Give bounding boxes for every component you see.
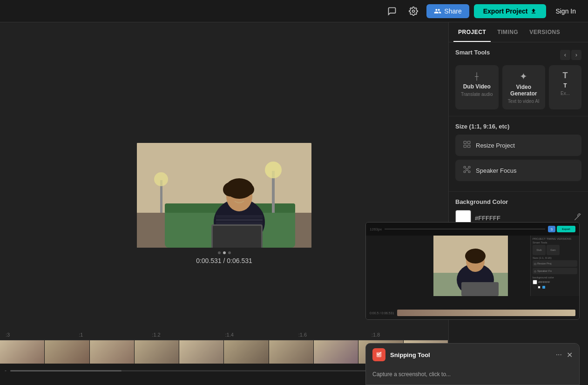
snipping-close-button[interactable]: ✕ — [567, 351, 573, 359]
svg-rect-34 — [468, 171, 470, 173]
strip-thumb-7 — [269, 340, 314, 364]
ss-share-mini: S — [548, 226, 555, 232]
ss-swatches-mini — [533, 285, 577, 289]
ss-color-row: #FFFFFF — [533, 280, 577, 284]
signin-button[interactable]: Sign In — [551, 4, 581, 18]
tools-next-button[interactable]: › — [571, 50, 581, 60]
smart-tools-cards: ⟊ Dub Video Translate audio ✦ Video Gene… — [455, 65, 581, 109]
ss-export-mini: Export — [557, 226, 575, 232]
zoom-slider-track[interactable] — [10, 370, 381, 371]
text-tool-name: T — [563, 82, 567, 89]
svg-rect-29 — [464, 145, 466, 148]
strip-thumb-3 — [90, 340, 135, 364]
total-time: 0:06.531 — [227, 257, 252, 264]
panel-tabs: PROJECT TIMING VERSIONS — [449, 22, 588, 42]
timeline-ruler: :3 :1 :1.2 :1.4 :1.6 :1.8 — [0, 329, 448, 340]
ss-bg-label: background color — [533, 276, 577, 279]
ss-mini-timeline: 0:00.5 / 0:06.531 — [366, 306, 579, 319]
dot-2 — [223, 251, 226, 254]
ss-swatch-blue — [542, 286, 545, 289]
strip-thumb-8 — [314, 340, 358, 364]
ss-panel-size: Size (1:1, 9:16) — [533, 257, 577, 259]
video-generator-sub: Text to video AI — [508, 99, 540, 104]
ss-person-image — [433, 236, 508, 296]
ss-timeline-strip — [397, 310, 575, 316]
ruler-mark-4: :1.6 — [297, 332, 371, 338]
svg-point-20 — [154, 172, 168, 186]
text-tool-icon: T — [563, 71, 568, 81]
video-generator-icon: ✦ — [520, 71, 527, 82]
chat-icon-button[interactable] — [384, 3, 400, 20]
ss-speaker-btn: ⊙Speaker Fo — [533, 268, 577, 274]
tab-versions[interactable]: VERSIONS — [525, 22, 565, 42]
video-area: 0:00.531 / 0:06.531 ◀ ▶ :3 :1 :1.2 :1.4 … — [0, 22, 448, 385]
strip-thumb-5 — [179, 340, 224, 364]
dub-video-name: Dub Video — [463, 83, 491, 90]
tool-card-text[interactable]: T T Ex... — [549, 65, 581, 109]
speaker-focus-button[interactable]: Speaker Focus — [455, 160, 581, 181]
tool-card-dub-video[interactable]: ⟊ Dub Video Translate audio — [455, 65, 499, 109]
ruler-marks: :3 :1 :1.2 :1.4 :1.6 :1.8 — [5, 332, 444, 338]
smart-tools-nav: ‹ › — [560, 50, 581, 60]
snipping-title: Snipping Tool — [390, 351, 551, 358]
video-preview — [137, 143, 311, 248]
ss-swatch-black — [533, 286, 536, 289]
snipping-more-button[interactable]: ··· — [556, 351, 562, 359]
tab-timing[interactable]: TIMING — [493, 22, 523, 42]
ss-strip — [397, 310, 575, 316]
speaker-focus-icon — [463, 165, 471, 176]
ss-white-swatch — [533, 280, 537, 284]
strip-thumb-2 — [45, 340, 89, 364]
svg-rect-30 — [468, 145, 470, 148]
ruler-mark-3: :1.4 — [224, 332, 297, 338]
ruler-mark-5: :1.8 — [371, 332, 444, 338]
ss-hex: #FFFFFF — [538, 281, 550, 284]
tool-card-video-generator[interactable]: ✦ Video Generator Text to video AI — [502, 65, 546, 109]
zoom-out-button[interactable]: - — [5, 367, 7, 374]
ss-bar — [385, 229, 545, 230]
export-project-button[interactable]: Export Project — [474, 4, 547, 18]
svg-point-13 — [243, 184, 254, 195]
ruler-mark-2: :1.2 — [151, 332, 224, 338]
share-button[interactable]: Share — [426, 4, 469, 18]
eyedropper-button[interactable] — [574, 213, 581, 223]
video-frame — [137, 143, 311, 248]
smart-tools-section: Smart Tools ‹ › ⟊ Dub Video Translate au… — [449, 42, 588, 116]
svg-rect-33 — [464, 171, 466, 173]
svg-point-12 — [223, 182, 237, 196]
ruler-mark-0: :3 — [5, 332, 78, 338]
ss-panel-project: PROJECT TIMING VERSIONS — [533, 237, 577, 240]
dot-1 — [218, 251, 221, 254]
svg-point-25 — [465, 249, 486, 263]
slide-indicator — [218, 251, 231, 254]
svg-rect-26 — [461, 282, 499, 296]
svg-point-35 — [466, 169, 468, 171]
speaker-focus-label: Speaker Focus — [476, 167, 516, 174]
smart-tools-title: Smart Tools — [455, 49, 490, 56]
snipping-tool-popup: Snipping Tool ··· ✕ Capture a screenshot… — [365, 343, 580, 385]
time-display: 0:00.531 / 0:06.531 — [196, 257, 252, 264]
ss-panel-tools: Smart Tools — [533, 241, 577, 244]
ss-top-bar: 1263px S Export — [366, 223, 579, 236]
snipping-content: Capture a screenshot, click to... — [366, 366, 579, 385]
ss-resize-btn: ⊡Resize Proj — [533, 260, 577, 267]
resize-project-button[interactable]: Resize Project — [455, 135, 581, 156]
strip-thumb-1 — [0, 340, 45, 364]
snipping-subtitle: Capture a screenshot, click to... — [372, 371, 451, 378]
svg-rect-31 — [464, 166, 466, 168]
screenshot-overlay: 1263px S Export — [365, 222, 580, 320]
svg-rect-28 — [468, 141, 470, 143]
video-generator-name: Video Generator — [507, 84, 541, 97]
resize-label: Resize Project — [476, 142, 515, 149]
tab-project[interactable]: PROJECT — [453, 22, 491, 42]
svg-rect-15 — [213, 226, 261, 248]
dot-3 — [228, 251, 231, 254]
ss-btn-row: S Export — [548, 226, 575, 232]
bg-color-hex: #FFFFFF — [475, 215, 570, 222]
video-image — [137, 143, 311, 248]
tools-prev-button[interactable]: ‹ — [560, 50, 570, 60]
snipping-tool-icon — [372, 348, 385, 361]
screenshot-inner: 1263px S Export — [366, 223, 579, 319]
ss-tool-1: Dub — [533, 245, 546, 255]
settings-icon-button[interactable] — [405, 3, 422, 20]
